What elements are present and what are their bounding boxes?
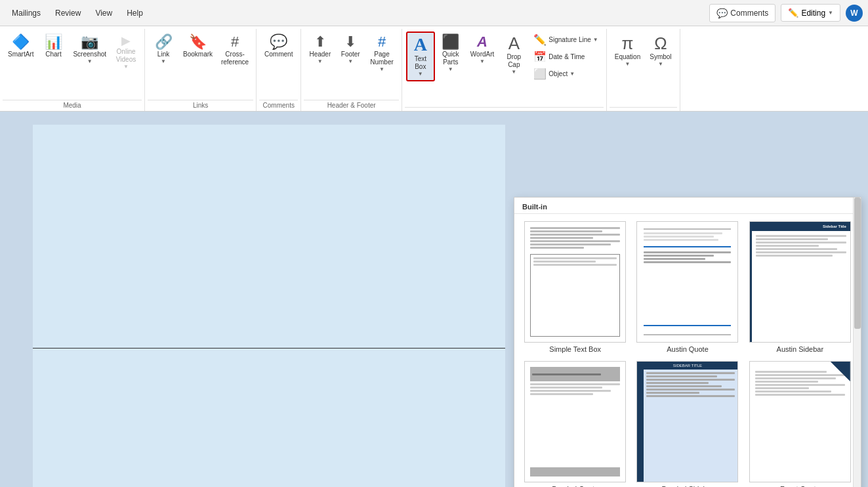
online-videos-button[interactable]: ▶ Online Videos ▼ bbox=[112, 32, 140, 74]
object-button[interactable]: ⬜ Object ▼ bbox=[529, 66, 602, 82]
austin-quote-thumb bbox=[636, 221, 738, 343]
page-number-button[interactable]: # Page Number ▼ bbox=[366, 32, 398, 76]
smartart-icon: 🔷 bbox=[12, 35, 30, 49]
comments-button[interactable]: 💬 Comments bbox=[709, 4, 775, 22]
comment-label: Comment bbox=[264, 51, 293, 58]
ribbon-group-media: 🔷 SmartArt 📊 Chart 📷 Screenshot ▼ ▶ bbox=[0, 29, 145, 111]
smartart-button[interactable]: 🔷 SmartArt bbox=[4, 32, 37, 62]
austin-sidebar-item[interactable]: Sidebar Title Aus bbox=[745, 218, 856, 356]
comment-button[interactable]: 💬 Comment bbox=[260, 32, 297, 62]
comment-icon: 💬 bbox=[270, 35, 287, 49]
links-group-label: Links bbox=[148, 100, 253, 111]
banded-quote-thumb bbox=[524, 361, 626, 482]
word-art-icon: A bbox=[477, 35, 487, 49]
drop-cap-button[interactable]: A Drop Cap ▼ bbox=[499, 32, 528, 79]
bookmark-label: Bookmark bbox=[183, 51, 213, 58]
austin-sidebar-label: Austin Sidebar bbox=[777, 345, 824, 353]
text-box-icon: A bbox=[414, 35, 427, 54]
symbol-label: Symbol bbox=[650, 53, 671, 61]
headerfooter-group-content: ⬆ Header ▼ ⬇ Footer ▼ # Page Number ▼ bbox=[304, 29, 398, 100]
text-box-label: Text Box bbox=[415, 55, 426, 71]
banded-sidebar-item[interactable]: SIDEBAR TITLE bbox=[632, 358, 743, 487]
ribbon-group-symbols: π Equation ▼ Ω Symbol ▼ bbox=[607, 29, 680, 111]
object-arrow: ▼ bbox=[569, 71, 575, 77]
menu-list: Mailings Review View Help bbox=[5, 5, 150, 22]
text-box-button[interactable]: A Text Box ▼ bbox=[406, 32, 435, 81]
object-label: Object bbox=[548, 70, 568, 77]
avatar[interactable]: W bbox=[846, 5, 863, 22]
link-arrow: ▼ bbox=[161, 58, 166, 65]
textbox-grid: Simple Text Box bbox=[514, 214, 861, 487]
smartart-label: SmartArt bbox=[8, 51, 33, 58]
chart-button[interactable]: 📊 Chart bbox=[39, 32, 68, 62]
screenshot-arrow: ▼ bbox=[87, 58, 93, 65]
page-number-arrow: ▼ bbox=[379, 66, 384, 73]
signature-line-arrow: ▼ bbox=[593, 37, 598, 43]
symbol-icon: Ω bbox=[654, 35, 667, 52]
scrollbar-thumb[interactable] bbox=[854, 198, 861, 329]
comments-group-label: Comments bbox=[259, 100, 298, 111]
austin-quote-label: Austin Quote bbox=[667, 345, 709, 353]
equation-button[interactable]: π Equation ▼ bbox=[611, 32, 644, 71]
online-videos-arrow: ▼ bbox=[123, 64, 129, 70]
document-page bbox=[33, 125, 505, 487]
screenshot-icon: 📷 bbox=[81, 35, 98, 49]
drop-cap-icon: A bbox=[508, 35, 520, 52]
panel-scrollbar[interactable]: ▲ ▼ bbox=[853, 198, 861, 487]
header-button[interactable]: ⬆ Header ▼ bbox=[305, 32, 335, 68]
quick-parts-button[interactable]: ⬛ Quick Parts ▼ bbox=[436, 32, 465, 76]
comments-group-content: 💬 Comment bbox=[259, 29, 298, 100]
menu-help[interactable]: Help bbox=[120, 5, 150, 22]
link-button[interactable]: 🔗 Link ▼ bbox=[149, 32, 178, 68]
austin-sidebar-thumb: Sidebar Title bbox=[749, 221, 851, 343]
object-icon: ⬜ bbox=[533, 68, 547, 80]
banded-quote-item[interactable]: Banded Quote bbox=[520, 358, 630, 487]
screenshot-button[interactable]: 📷 Screenshot ▼ bbox=[69, 32, 110, 68]
online-videos-icon: ▶ bbox=[121, 35, 131, 47]
signature-line-button[interactable]: ✏️ Signature Line ▼ bbox=[529, 32, 602, 48]
ribbon-group-text: A Text Box ▼ ⬛ Quick Parts ▼ A WordArt ▼ bbox=[402, 29, 607, 111]
quick-parts-arrow: ▼ bbox=[448, 66, 453, 73]
drop-cap-arrow: ▼ bbox=[511, 69, 516, 75]
comments-label: Comments bbox=[730, 9, 768, 18]
text-stack: ✏️ Signature Line ▼ 📅 Date & Time ⬜ Obje… bbox=[529, 32, 602, 82]
screenshot-label: Screenshot bbox=[73, 51, 106, 58]
textbox-dropdown-panel: Built-in bbox=[514, 197, 861, 487]
headerfooter-group-label: Header & Footer bbox=[304, 100, 398, 111]
ribbon-group-comments: 💬 Comment Comments bbox=[257, 29, 301, 111]
quick-parts-icon: ⬛ bbox=[442, 35, 459, 49]
links-group-content: 🔗 Link ▼ 🔖 Bookmark # Cross- reference bbox=[148, 29, 253, 100]
word-art-button[interactable]: A WordArt ▼ bbox=[466, 32, 499, 68]
link-icon: 🔗 bbox=[155, 35, 173, 49]
menu-view[interactable]: View bbox=[89, 5, 119, 22]
bookmark-button[interactable]: 🔖 Bookmark bbox=[179, 32, 217, 62]
austin-quote-item[interactable]: Austin Quote bbox=[632, 218, 743, 356]
footer-button[interactable]: ⬇ Footer ▼ bbox=[336, 32, 365, 68]
cross-reference-label: Cross- reference bbox=[221, 51, 249, 66]
signature-line-icon: ✏️ bbox=[533, 33, 547, 46]
text-group-label bbox=[405, 107, 604, 111]
symbols-group-content: π Equation ▼ Ω Symbol ▼ bbox=[610, 29, 677, 107]
ribbon: 🔷 SmartArt 📊 Chart 📷 Screenshot ▼ ▶ bbox=[0, 26, 868, 112]
header-label: Header bbox=[309, 51, 331, 58]
page-divider-line bbox=[33, 348, 505, 349]
simple-text-box-item[interactable]: Simple Text Box bbox=[520, 218, 630, 356]
editing-button[interactable]: ✏️ Editing ▼ bbox=[781, 4, 840, 22]
menu-review[interactable]: Review bbox=[49, 5, 87, 22]
online-videos-label: Online Videos bbox=[116, 48, 136, 64]
page-number-icon: # bbox=[378, 35, 386, 49]
footer-arrow: ▼ bbox=[348, 58, 353, 65]
cross-reference-button[interactable]: # Cross- reference bbox=[218, 32, 252, 70]
content-area: Built-in bbox=[0, 112, 868, 487]
date-time-button[interactable]: 📅 Date & Time bbox=[529, 49, 602, 65]
symbol-button[interactable]: Ω Symbol ▼ bbox=[646, 32, 675, 71]
drop-cap-label: Drop Cap bbox=[506, 53, 521, 69]
chart-label: Chart bbox=[45, 51, 61, 58]
page-number-label: Page Number bbox=[370, 51, 394, 66]
facet-quote-item[interactable]: Facet Quote bbox=[745, 358, 856, 487]
footer-icon: ⬇ bbox=[344, 35, 356, 49]
menu-bar: Mailings Review View Help 💬 Comments ✏️ … bbox=[0, 0, 868, 26]
date-time-label: Date & Time bbox=[548, 53, 585, 60]
menu-mailings[interactable]: Mailings bbox=[5, 5, 47, 22]
symbols-group-label bbox=[610, 107, 677, 111]
